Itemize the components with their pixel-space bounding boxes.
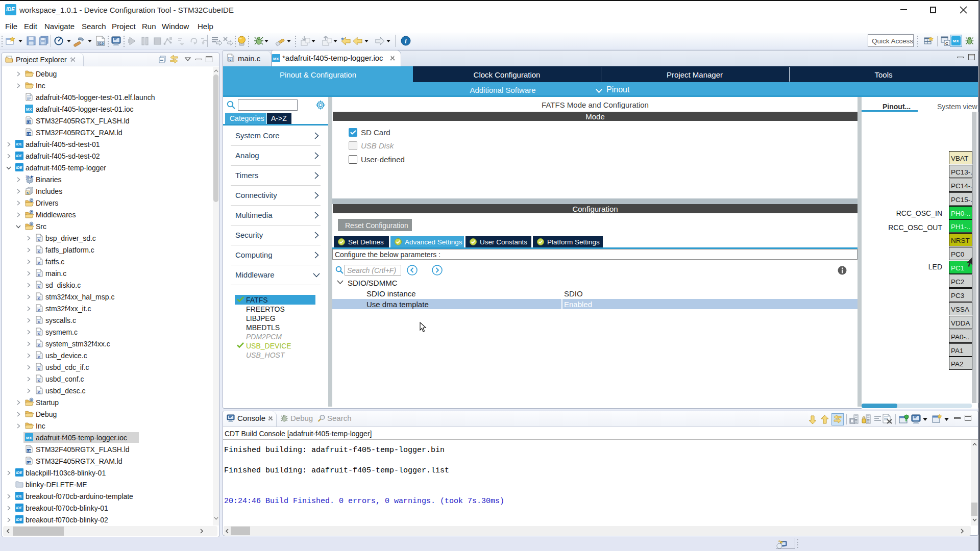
svg-text:c: c [38,296,40,300]
svg-text:c: c [38,308,40,312]
svg-text:LD: LD [28,121,31,124]
svg-text:c: c [38,355,40,359]
svg-text:c: c [38,332,40,335]
svg-text:c: c [38,273,40,277]
svg-text:c: c [38,249,40,253]
svg-text:c: c [230,58,232,61]
svg-text:C: C [31,398,33,402]
svg-text:c: c [38,367,40,370]
svg-text:LD: LD [28,461,31,464]
svg-text:c: c [38,261,40,265]
svg-text:C: C [945,41,948,46]
svg-text:c: c [38,379,40,382]
svg-text:c: c [38,343,40,347]
svg-text:C: C [31,199,33,202]
svg-text:C: C [31,211,33,214]
svg-text:c: c [38,390,40,394]
svg-text:i: i [405,37,407,45]
svg-text:C: C [31,222,33,226]
svg-text:LD: LD [28,449,31,453]
svg-text:10: 10 [26,175,29,178]
svg-text:LD: LD [28,133,31,136]
svg-text:h: h [27,191,29,195]
svg-text:c: c [38,238,40,241]
svg-text:c: c [38,285,40,288]
svg-text:010: 010 [98,42,104,45]
svg-text:c: c [38,320,40,323]
